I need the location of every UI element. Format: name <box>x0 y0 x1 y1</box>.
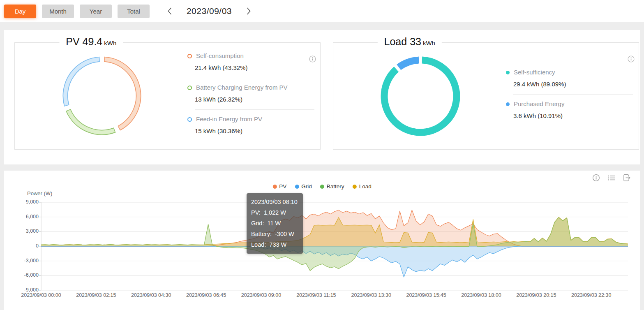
legend-divider <box>513 94 633 95</box>
legend-value: 13 kWh (26.32%) <box>195 95 314 104</box>
legend-divider <box>195 109 314 110</box>
legend-marker <box>506 71 510 74</box>
power-area-chart <box>4 171 640 310</box>
y-tick-label: -6,000 <box>12 272 39 278</box>
y-tick-label: 3,000 <box>12 228 39 234</box>
x-tick-label: 2023/09/03 11:15 <box>291 292 342 298</box>
energy-dashboard: DayMonthYearTotal 2023/09/03 PV 49.4kWh … <box>0 0 644 310</box>
legend-marker <box>187 86 192 90</box>
legend-item-feed-in-energy-from-pv: Feed-in Energy from PV15 kWh (30.36%) <box>187 115 314 135</box>
pv-donut-chart <box>61 55 143 137</box>
legend-value: 3.6 kWh (10.91%) <box>513 112 633 120</box>
date-navigation: 2023/09/03 <box>164 0 255 22</box>
tab-year[interactable]: Year <box>80 5 112 18</box>
load-card-title: Load 33kWh <box>378 36 442 48</box>
pv-card-title: PV 49.4kWh <box>59 36 123 48</box>
legend-item-purchased-energy: Purchased Energy3.6 kWh (10.91%) <box>506 100 633 120</box>
y-tick-label: 0 <box>12 243 39 249</box>
legend-item-battery-charging-energy-from-pv: Battery Charging Energy from PV13 kWh (2… <box>187 83 314 104</box>
legend-label: Self-consumption <box>196 52 244 60</box>
chevron-right-icon <box>246 7 252 16</box>
legend-label: Purchased Energy <box>514 100 564 108</box>
legend-label: Battery Charging Energy from PV <box>196 83 288 92</box>
x-tick-label: 2023/09/03 00:00 <box>16 292 67 298</box>
power-chart-card: PVGridBatteryLoad Power (W) 9,0006,0003,… <box>4 171 640 310</box>
info-icon[interactable] <box>628 56 635 62</box>
y-tick-label: -3,000 <box>12 258 39 264</box>
prev-date-button[interactable] <box>164 5 176 17</box>
tab-total[interactable]: Total <box>118 5 150 18</box>
y-tick-label: -9,000 <box>12 287 39 293</box>
x-tick-label: 2023/09/03 09:00 <box>236 292 287 298</box>
view-tabs: DayMonthYearTotal <box>4 5 150 18</box>
legend-divider <box>195 78 314 78</box>
x-tick-label: 2023/09/03 20:15 <box>511 292 562 298</box>
tab-month[interactable]: Month <box>42 5 74 18</box>
legend-value: 15 kWh (30.36%) <box>195 127 314 135</box>
summary-cards-band: PV 49.4kWh Self-consumption21.4 kWh (43.… <box>4 30 640 164</box>
legend-value: 29.4 kWh (89.09%) <box>513 80 633 88</box>
pv-card-legend: Self-consumption21.4 kWh (43.32%)Battery… <box>187 52 314 135</box>
load-donut-chart <box>379 55 462 137</box>
legend-label: Feed-in Energy from PV <box>196 115 262 123</box>
pv-summary-card: PV 49.4kWh Self-consumption21.4 kWh (43.… <box>14 42 321 150</box>
current-date-label: 2023/09/03 <box>176 6 242 16</box>
legend-item-self-consumption: Self-consumption21.4 kWh (43.32%) <box>187 52 314 72</box>
toolbar: DayMonthYearTotal 2023/09/03 <box>0 0 644 22</box>
x-tick-label: 2023/09/03 18:00 <box>456 292 507 298</box>
y-tick-label: 6,000 <box>12 214 39 220</box>
x-tick-label: 2023/09/03 22:30 <box>566 292 617 298</box>
x-tick-label: 2023/09/03 06:45 <box>181 292 232 298</box>
legend-marker <box>187 117 192 122</box>
load-summary-card: Load 33kWh Self-sufficiency29.4 kWh (89.… <box>333 42 639 150</box>
x-tick-label: 2023/09/03 02:15 <box>71 292 122 298</box>
x-tick-label: 2023/09/03 13:30 <box>346 292 397 298</box>
tab-day[interactable]: Day <box>4 5 36 18</box>
legend-label: Self-sufficiency <box>514 68 555 76</box>
legend-marker <box>187 54 192 58</box>
legend-value: 21.4 kWh (43.32%) <box>195 64 314 72</box>
legend-marker <box>506 102 510 106</box>
x-tick-label: 2023/09/03 04:30 <box>126 292 177 298</box>
next-date-button[interactable] <box>242 5 255 17</box>
load-card-legend: Self-sufficiency29.4 kWh (89.09%)Purchas… <box>506 68 633 120</box>
chevron-left-icon <box>167 7 173 16</box>
y-tick-label: 9,000 <box>12 199 39 205</box>
legend-item-self-sufficiency: Self-sufficiency29.4 kWh (89.09%) <box>506 68 633 88</box>
x-tick-label: 2023/09/03 15:45 <box>401 292 452 298</box>
